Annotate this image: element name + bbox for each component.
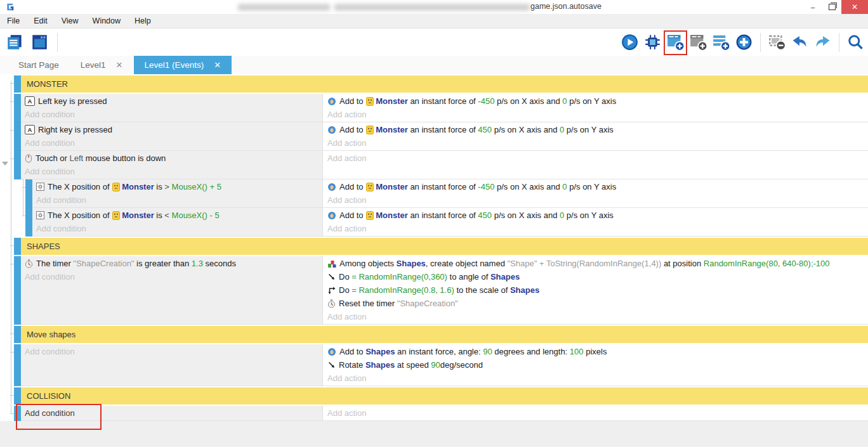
monster-object-icon (112, 211, 120, 220)
force-icon (327, 183, 336, 191)
add-condition-link[interactable]: Add condition (21, 345, 322, 358)
condition-line[interactable]: ARight key is pressed (21, 123, 322, 136)
event-drag-bar[interactable] (14, 256, 21, 325)
tab-level1-events-[interactable]: Level1 (Events)✕ (134, 56, 232, 74)
add-subevent-button[interactable] (690, 34, 707, 51)
action-line[interactable]: Add to Shapes an instant force, angle: 9… (323, 345, 868, 358)
conditions-cell: The X position of Monster is > MouseX() … (32, 179, 322, 207)
condition-line[interactable]: The X position of Monster is < MouseX() … (32, 209, 322, 222)
menu-window[interactable]: Window (86, 14, 128, 28)
action-line[interactable]: Reset the timer "ShapeCreation" (323, 297, 868, 310)
add-condition-link[interactable]: Add condition (21, 406, 322, 420)
action-line[interactable]: Among objects Shapes, create object name… (323, 257, 868, 270)
menu-edit[interactable]: Edit (27, 14, 55, 28)
search-button[interactable] (847, 34, 864, 51)
group-header-collision: COLLISION (14, 387, 868, 405)
undo-button[interactable] (791, 34, 808, 51)
group-header-shapes: SHAPES (14, 238, 868, 255)
minimize-button[interactable]: – (803, 0, 822, 14)
action-line[interactable]: Do = RandomInRange(0.8, 1.6) to the scal… (323, 283, 868, 297)
add-action-link[interactable]: Add action (323, 108, 868, 121)
force-icon (327, 97, 336, 106)
event-row: Add conditionAdd action (14, 406, 868, 421)
start-page-button[interactable] (31, 34, 48, 51)
add-condition-link[interactable]: Add condition (21, 270, 322, 283)
add-action-link[interactable]: Add action (323, 193, 868, 207)
action-line[interactable]: Add to Monster an instant force of 450 p… (323, 209, 868, 222)
add-condition-link[interactable]: Add condition (21, 108, 322, 121)
add-action-link[interactable]: Add action (323, 310, 868, 323)
create-object-icon (327, 259, 336, 268)
timer-icon (327, 299, 336, 308)
redacted-title-text (238, 4, 330, 11)
toolbar (0, 29, 868, 56)
event-drag-bar[interactable] (14, 75, 21, 93)
group-label[interactable]: Move shapes (21, 326, 868, 343)
menu-view[interactable]: View (55, 14, 86, 28)
project-manager-button[interactable] (6, 34, 23, 51)
action-line[interactable]: Rotate Shapes at speed 90deg/second (323, 358, 868, 372)
debug-icon (644, 34, 661, 51)
add-action-link[interactable]: Add action (323, 136, 868, 150)
actions-cell: Among objects Shapes, create object name… (322, 256, 868, 324)
event-drag-bar[interactable] (14, 406, 21, 421)
action-line[interactable]: Add to Monster an instant force of -450 … (323, 94, 868, 108)
event-drag-bar[interactable] (14, 238, 21, 255)
event-drag-bar[interactable] (25, 179, 32, 208)
restore-button[interactable] (822, 0, 841, 14)
close-button[interactable]: ✕ (841, 0, 868, 14)
tab-close-icon[interactable]: ✕ (214, 60, 221, 70)
sheet-empty-area[interactable] (0, 421, 868, 447)
event-row: The timer "ShapeCreation" is greater tha… (14, 256, 868, 325)
tab-level1[interactable]: Level1✕ (70, 56, 134, 74)
scale-icon (327, 286, 336, 294)
condition-line[interactable]: The X position of Monster is > MouseX() … (32, 180, 322, 193)
condition-line[interactable]: Touch or Left mouse button is down (21, 152, 322, 165)
monster-object-icon (366, 211, 374, 220)
menu-help[interactable]: Help (128, 14, 158, 28)
search-icon (847, 34, 864, 51)
add-event-button[interactable] (667, 34, 684, 51)
gdevelop-logo-icon (5, 2, 15, 12)
remove-event-button[interactable] (768, 34, 786, 51)
force-icon (327, 211, 336, 220)
add-action-link[interactable]: Add action (323, 406, 868, 420)
add-action-link[interactable]: Add action (323, 222, 868, 235)
event-drag-bar[interactable] (14, 387, 21, 405)
add-instruction-button[interactable] (735, 34, 753, 51)
add-condition-link[interactable]: Add condition (32, 222, 322, 235)
action-line[interactable]: Add to Monster an instant force of -450 … (323, 180, 868, 193)
debug-button[interactable] (644, 34, 661, 51)
tab-start-page[interactable]: Start Page (8, 56, 70, 74)
group-label[interactable]: SHAPES (21, 238, 868, 255)
add-condition-link[interactable]: Add condition (32, 193, 322, 207)
group-label[interactable]: MONSTER (21, 75, 868, 93)
play-button[interactable] (621, 34, 638, 51)
add-action-link[interactable]: Add action (323, 152, 868, 165)
event-drag-bar[interactable] (14, 326, 21, 343)
event-row: ALeft key is pressedAdd conditionAdd to … (14, 94, 868, 122)
actions-cell: Add to Monster an instant force of -450 … (322, 179, 868, 207)
add-comment-button[interactable] (713, 34, 730, 51)
redo-button[interactable] (814, 34, 831, 51)
add-condition-link[interactable]: Add condition (21, 165, 322, 178)
add-condition-link[interactable]: Add condition (21, 136, 322, 150)
tab-close-icon[interactable]: ✕ (116, 60, 123, 70)
action-line[interactable]: Add to Monster an instant force of 450 p… (323, 123, 868, 136)
action-line[interactable]: Do = RandomInRange(0,360) to angle of Sh… (323, 270, 868, 283)
position-icon (36, 211, 44, 219)
event-drag-bar[interactable] (14, 94, 21, 122)
condition-line[interactable]: ALeft key is pressed (21, 94, 322, 108)
event-drag-bar[interactable] (14, 122, 21, 151)
collapse-arrow-icon[interactable] (2, 162, 8, 165)
event-drag-bar[interactable] (14, 151, 21, 179)
menu-file[interactable]: File (0, 14, 27, 28)
group-label[interactable]: COLLISION (21, 387, 868, 405)
event-drag-bar[interactable] (25, 208, 32, 236)
add-instruction-icon (735, 34, 753, 51)
monster-object-icon (366, 183, 374, 191)
add-action-link[interactable]: Add action (323, 372, 868, 385)
condition-line[interactable]: The timer "ShapeCreation" is greater tha… (21, 257, 322, 270)
event-drag-bar[interactable] (14, 344, 21, 386)
play-icon (621, 34, 638, 51)
